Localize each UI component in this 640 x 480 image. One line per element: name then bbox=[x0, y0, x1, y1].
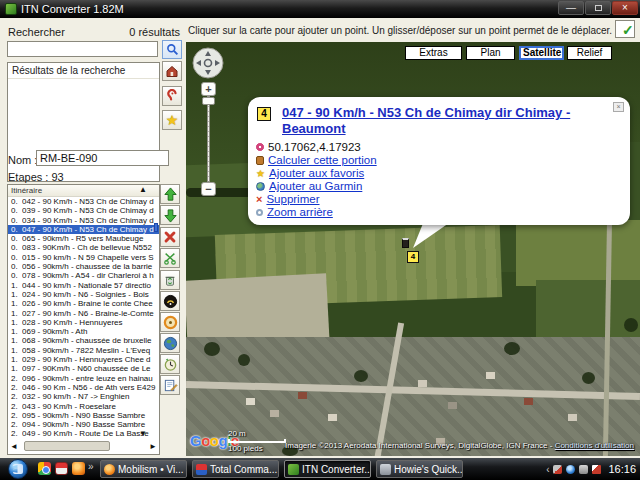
task-button[interactable]: ITN Converter... bbox=[284, 460, 371, 478]
timing-button[interactable] bbox=[160, 354, 180, 374]
itinerary-row[interactable]: 2. 032 - 90 km/h - N7 -> Enghien bbox=[8, 392, 159, 401]
pan-control[interactable] bbox=[192, 47, 224, 79]
minimize-button[interactable]: — bbox=[558, 1, 584, 15]
map-canvas[interactable]: ExtrasPlanSatelliteRelief + − × 4 047 - … bbox=[186, 42, 640, 456]
maximize-button[interactable] bbox=[585, 1, 611, 15]
row-label: 065 - 90km/h - R5 vers Maubeuge bbox=[22, 234, 159, 243]
title-bar[interactable]: ITN Converter 1.82M — × bbox=[0, 0, 640, 18]
move-down-button[interactable] bbox=[160, 205, 180, 225]
bubble-close-icon[interactable]: × bbox=[613, 102, 624, 112]
itinerary-row[interactable]: 2. 046 - 90 Km - N56 - de Ath vers E429 bbox=[8, 383, 159, 392]
itinerary-row[interactable]: 1. 069 - 90km/h - Ath bbox=[8, 327, 159, 336]
itinerary-row[interactable]: 1. 068 - 90km/h - chaussée de bruxelle bbox=[8, 336, 159, 345]
zoom-in-button[interactable]: + bbox=[201, 82, 216, 96]
itinerary-row[interactable]: 0. 042 - 90 Km/h - N53 Ch de Chimay d bbox=[8, 197, 159, 206]
quicklaunch-chrome-icon[interactable] bbox=[38, 462, 51, 475]
task-button[interactable]: Mobilism • Vi... bbox=[100, 460, 187, 478]
speedcam-orange-button[interactable] bbox=[160, 312, 180, 332]
move-up-button[interactable] bbox=[160, 184, 180, 204]
quicklaunch-overflow-icon[interactable]: » bbox=[88, 461, 94, 472]
row-label: 027 - 90 km/h - N6 - Braine-le-Comte bbox=[22, 309, 159, 318]
itinerary-column-header[interactable]: Itinéraire ▲ bbox=[8, 185, 159, 197]
itinerary-row[interactable]: 1. 058 - 90km/h - 7822 Meslin - L'Eveq bbox=[8, 346, 159, 355]
trash-button[interactable] bbox=[160, 270, 180, 290]
task-button[interactable]: Howie's Quick... bbox=[376, 460, 463, 478]
cut-route-button[interactable] bbox=[160, 248, 180, 268]
hscroll-right-icon[interactable]: ► bbox=[149, 442, 157, 451]
tray-icon-3[interactable] bbox=[579, 465, 588, 474]
itinerary-row[interactable]: 1. 026 - 90 km/h - Braine le conte Chee bbox=[8, 299, 159, 308]
itinerary-row[interactable]: 0. 015 - 90 km/h - N 59 Chapelle vers S bbox=[8, 253, 159, 262]
window-title: ITN Converter 1.82M bbox=[21, 0, 124, 18]
itinerary-row[interactable]: 0. 056 - 90km/h - chaussee de la barrie bbox=[8, 262, 159, 271]
map-house bbox=[298, 392, 307, 399]
scroll-up-arrow-icon[interactable]: ▲ bbox=[139, 185, 147, 194]
waypoint-4-marker[interactable]: 4 bbox=[407, 251, 419, 263]
garmin-globe-button[interactable] bbox=[160, 333, 180, 353]
itinerary-row[interactable]: 2. 096 - 90km/h - entre leuze en hainau bbox=[8, 374, 159, 383]
zoom-track[interactable] bbox=[207, 96, 210, 182]
itinerary-row[interactable]: 1. 024 - 90 km/h - N6 - Soignies - Bois bbox=[8, 290, 159, 299]
zoom-out-button[interactable]: − bbox=[201, 182, 216, 196]
close-button[interactable]: × bbox=[612, 1, 638, 15]
address-button[interactable] bbox=[162, 61, 182, 81]
map-type-button[interactable]: Plan bbox=[466, 46, 515, 60]
itinerary-row[interactable]: 1. 029 - 90 Km/h - Hennuyeres Chee d bbox=[8, 355, 159, 364]
add-favorites-link[interactable]: Ajouter aux favoris bbox=[269, 167, 364, 179]
hscroll-left-icon[interactable]: ◄ bbox=[10, 442, 18, 451]
edit-point-button[interactable] bbox=[160, 375, 180, 395]
favorites-button[interactable]: ★ bbox=[162, 110, 182, 130]
delete-point-button[interactable] bbox=[160, 227, 180, 247]
start-button[interactable] bbox=[8, 459, 28, 479]
itinerary-row[interactable]: 0. 039 - 90 Km/h - N53 Ch de Chimay d bbox=[8, 206, 159, 215]
itinerary-row[interactable]: 1. 028 - 90 Km/h - Hennuyeres bbox=[8, 318, 159, 327]
itinerary-row[interactable]: 0. 065 - 90km/h - R5 vers Maubeuge bbox=[8, 234, 159, 243]
waypoint-cam-marker[interactable] bbox=[402, 238, 409, 248]
itinerary-row[interactable]: 1. 097 - 90Km/h - N60 chaussée de Le bbox=[8, 364, 159, 373]
itinerary-row[interactable]: 0. 083 - 90Km/h - Ch de bellevue N552 bbox=[8, 243, 159, 252]
add-garmin-link[interactable]: Ajouter au Garmin bbox=[269, 180, 362, 192]
itinerary-row[interactable]: 1. 044 - 90 km/h - Nationale 57 directio bbox=[8, 281, 159, 290]
task-button[interactable]: Total Comma... bbox=[192, 460, 279, 478]
quicklaunch-firefox-icon[interactable] bbox=[72, 462, 85, 475]
map-type-button[interactable]: Extras bbox=[405, 46, 462, 60]
map-house bbox=[246, 398, 255, 405]
zoom-back-link[interactable]: Zoom arrière bbox=[267, 206, 333, 218]
map-type-button[interactable]: Satellite bbox=[519, 46, 564, 60]
tray-icon-4[interactable] bbox=[592, 465, 601, 474]
list-hscrollbar[interactable]: ◄ ► bbox=[10, 441, 157, 452]
tray-expand-icon[interactable]: ‹ bbox=[546, 464, 549, 475]
terms-link[interactable]: Conditions d'utilisation bbox=[555, 441, 634, 450]
map-type-button[interactable]: Relief bbox=[567, 46, 612, 60]
itinerary-row[interactable]: 2. 049 - 90 Km/h - Route De La Basse bbox=[8, 429, 159, 438]
itinerary-row[interactable]: 2. 095 - 90km/h - N90 Basse Sambre bbox=[8, 411, 159, 420]
route-name-input[interactable] bbox=[36, 150, 169, 166]
itinerary-row[interactable]: 2. 094 - 90km/h - N90 Basse Sambre bbox=[8, 420, 159, 429]
confirm-button[interactable]: ✓ bbox=[615, 20, 635, 38]
bubble-title-link[interactable]: 047 - 90 Km/h - N53 Ch de Chimay dir Chi… bbox=[282, 105, 612, 137]
row-prefix: 1. bbox=[11, 309, 22, 318]
speedcam-dark-button[interactable] bbox=[160, 291, 180, 311]
itinerary-row[interactable]: 1. 027 - 90 km/h - N6 - Braine-le-Comte bbox=[8, 309, 159, 318]
itinerary-row[interactable]: 0. 047 - 90 Km/h - N53 Ch de Chimay d bbox=[8, 225, 159, 234]
search-button[interactable] bbox=[162, 40, 182, 59]
tray-icon-1[interactable] bbox=[553, 465, 562, 474]
delete-x-icon: × bbox=[256, 195, 262, 204]
tray-icon-2[interactable] bbox=[566, 465, 575, 474]
itinerary-row[interactable]: 0. 034 - 90 Km/h - N53 Ch de Chimay d bbox=[8, 216, 159, 225]
system-tray: ‹ 16:16 bbox=[546, 458, 636, 480]
scroll-down-arrow-icon[interactable]: ▼ bbox=[139, 429, 147, 438]
delete-link[interactable]: Supprimer bbox=[266, 193, 319, 205]
hscroll-thumb[interactable] bbox=[24, 441, 110, 451]
listen-button[interactable] bbox=[162, 86, 182, 106]
scale-bar bbox=[228, 439, 286, 443]
calculate-portion-link[interactable]: Calculer cette portion bbox=[268, 154, 377, 166]
search-input[interactable] bbox=[7, 41, 158, 57]
itinerary-row[interactable]: 0. 078 - 90km/h - A54 - dir Charleroi à … bbox=[8, 271, 159, 280]
map-field bbox=[516, 220, 640, 286]
itinerary-row[interactable]: 2. 043 - 90 Km/h - Roeselare bbox=[8, 402, 159, 411]
zoom-thumb[interactable] bbox=[202, 97, 215, 105]
itinerary-list[interactable]: Itinéraire ▲ 0. 042 - 90 Km/h - N53 Ch d… bbox=[7, 184, 160, 455]
list-vscroll-thumb[interactable] bbox=[154, 223, 158, 232]
quicklaunch-commander-icon[interactable] bbox=[55, 462, 68, 475]
